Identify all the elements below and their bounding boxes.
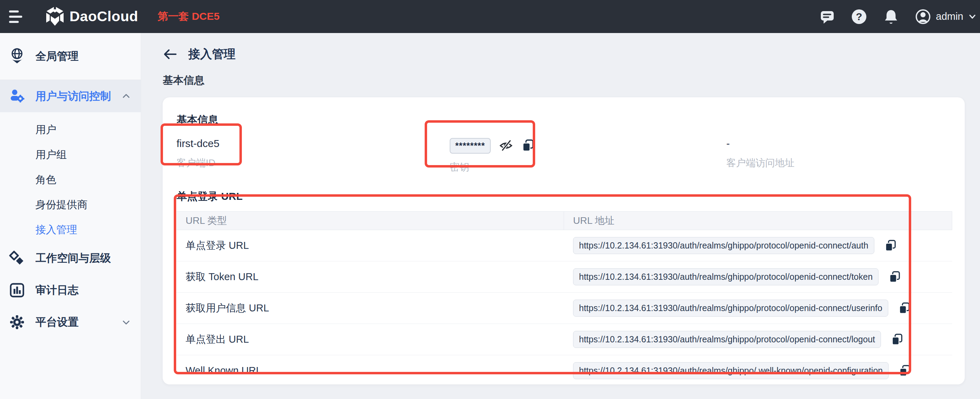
client-access-label: 客户端访问地址 (726, 157, 794, 169)
client-access-value: - (726, 137, 794, 150)
table-row: 单点登录 URL https://10.2.134.61:31930/auth/… (177, 230, 952, 261)
sidebar-item-label: 全局管理 (35, 49, 130, 64)
sidebar-item-label: 用户 (35, 123, 56, 137)
secret-field: ******** (450, 137, 723, 173)
chevron-up-icon (122, 92, 130, 100)
secret-label: 密钥 (450, 161, 723, 173)
brand-name: DaoCloud (70, 8, 138, 25)
sidebar-item-label: 平台设置 (35, 315, 122, 329)
page-title: 接入管理 (188, 46, 235, 62)
main-content: 接入管理 基本信息 基本信息 first-dce5 客户端ID ******** (141, 33, 980, 399)
table-header-row: URL 类型 URL 地址 (177, 211, 952, 230)
top-header-bar: DaoCloud 第一套 DCE5 ? (0, 0, 980, 33)
chevron-down-icon (122, 318, 130, 326)
sso-url-heading: 单点登录 URL (177, 190, 951, 203)
copy-icon[interactable] (521, 139, 535, 153)
user-menu[interactable]: admin (915, 9, 977, 25)
chevron-down-icon (968, 13, 977, 21)
url-value-chip: https://10.2.134.61:31930/auth/realms/gh… (573, 237, 874, 254)
back-arrow-icon[interactable] (163, 48, 178, 60)
sidebar-item-roles[interactable]: 角色 (0, 167, 141, 192)
tab-basic-info: 基本信息 (163, 73, 980, 87)
sidebar-item-identity-providers[interactable]: 身份提供商 (0, 192, 141, 217)
table-row: 获取用户信息 URL https://10.2.134.61:31930/aut… (177, 292, 952, 324)
sidebar-item-audit-logs[interactable]: 审计日志 (0, 274, 141, 306)
client-access-field: - 客户端访问地址 (723, 137, 794, 173)
table-row: 单点登出 URL https://10.2.134.61:31930/auth/… (177, 324, 952, 355)
gear-icon (9, 314, 25, 330)
sidebar-submenu: 用户 用户组 角色 身份提供商 接入管理 (0, 112, 141, 242)
url-value-chip: https://10.2.134.61:31930/auth/realms/gh… (573, 300, 888, 316)
message-icon[interactable] (819, 9, 835, 25)
sidebar-item-access-management[interactable]: 接入管理 (0, 217, 141, 242)
url-value-chip: https://10.2.134.61:31930/auth/realms/gh… (573, 268, 878, 285)
svg-text:?: ? (856, 11, 862, 22)
copy-icon[interactable] (888, 270, 902, 284)
sidebar-item-label: 审计日志 (35, 283, 130, 297)
client-id-label: 客户端ID (177, 157, 450, 169)
url-type-cell: 单点登录 URL (177, 239, 564, 253)
menu-toggle-icon[interactable] (9, 10, 23, 24)
url-type-cell: Well Known URL (177, 365, 564, 377)
copy-icon[interactable] (898, 302, 911, 315)
url-type-cell: 单点登出 URL (177, 332, 564, 347)
sidebar-item-label: 工作空间与层级 (35, 251, 130, 265)
sidebar-item-global-management[interactable]: 全局管理 (0, 33, 141, 79)
avatar (915, 9, 931, 25)
url-type-cell: 获取用户信息 URL (177, 301, 564, 315)
url-value-chip: https://10.2.134.61:31930/auth/realms/gh… (573, 362, 889, 379)
table-row: Well Known URL https://10.2.134.61:31930… (177, 355, 952, 386)
copy-icon[interactable] (898, 364, 912, 377)
url-type-cell: 获取 Token URL (177, 270, 564, 284)
eye-off-icon[interactable] (500, 139, 512, 152)
sidebar-item-label: 用户与访问控制 (35, 89, 122, 103)
sidebar-item-label: 角色 (35, 173, 56, 187)
globe-icon (9, 48, 25, 64)
workspace-icon (9, 250, 25, 266)
sidebar-item-workspace-hierarchy[interactable]: 工作空间与层级 (0, 242, 141, 274)
sidebar-item-label: 用户组 (35, 148, 67, 162)
notification-bell-icon[interactable] (883, 9, 899, 25)
table-row: 获取 Token URL https://10.2.134.61:31930/a… (177, 261, 952, 292)
column-header-url-address: URL 地址 (564, 211, 952, 230)
basic-info-card: 基本信息 first-dce5 客户端ID ******** (163, 97, 965, 385)
column-header-url-type: URL 类型 (177, 211, 564, 230)
sidebar-item-users[interactable]: 用户 (0, 117, 141, 142)
client-id-value: first-dce5 (177, 137, 450, 150)
help-icon[interactable]: ? (851, 9, 867, 25)
sidebar-item-label: 接入管理 (35, 223, 77, 237)
daocloud-logo[interactable]: DaoCloud (45, 6, 138, 27)
sidebar-item-platform-settings[interactable]: 平台设置 (0, 306, 141, 338)
daocloud-logo-icon (45, 6, 65, 27)
url-value-chip: https://10.2.134.61:31930/auth/realms/gh… (573, 331, 881, 348)
environment-name: 第一套 DCE5 (158, 10, 220, 24)
sidebar-item-user-access-control[interactable]: 用户与访问控制 (0, 80, 141, 112)
copy-icon[interactable] (884, 239, 897, 252)
copy-icon[interactable] (891, 333, 904, 346)
audit-log-icon (9, 282, 25, 298)
secret-masked-value: ******** (450, 138, 491, 154)
sidebar-item-label: 身份提供商 (35, 198, 88, 212)
sidebar-item-user-groups[interactable]: 用户组 (0, 142, 141, 167)
sidebar: 全局管理 用户与访问控制 用户 (0, 33, 141, 399)
sso-url-table: URL 类型 URL 地址 单点登录 URL https://10.2.134.… (177, 211, 952, 386)
user-gear-icon (9, 88, 25, 104)
username: admin (936, 11, 963, 22)
basic-info-heading: 基本信息 (177, 113, 951, 127)
client-id-field: first-dce5 客户端ID (177, 137, 450, 173)
